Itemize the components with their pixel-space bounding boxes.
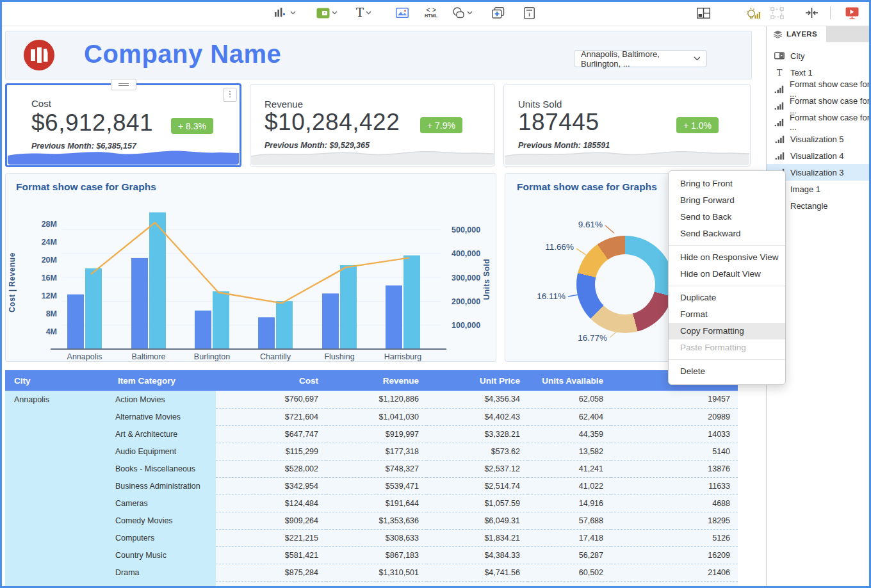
svg-text:500,000: 500,000 [452,225,480,234]
column-header-cost[interactable]: Cost [216,370,326,391]
table-row: Art & Architecture$647,747$919,997$3,328… [5,425,738,443]
data-table-widget[interactable]: CityItem CategoryCostRevenueUnit PriceUn… [5,370,738,586]
kpi-card-units-sold[interactable]: Units Sold 187445 + 1.0% Previous Month:… [503,84,751,167]
value-cell: 17,418 [528,529,611,546]
value-cell: $4,356.34 [427,391,528,408]
menu-item-send-backward[interactable]: Send Backward [669,225,785,242]
layer-label: City [790,51,804,61]
layer-item-format-show-case-for[interactable]: Format show case for ... [767,114,871,131]
toolbar: T < >HTML [0,0,871,26]
dashboard-header[interactable]: Company Name Annapolis, Baltimore, Burli… [5,31,752,79]
svg-text:20M: 20M [42,256,57,265]
svg-text:300,000: 300,000 [452,274,480,282]
drag-handle[interactable] [111,79,136,90]
value-cell: $760,697 [216,391,326,408]
value-cell: $1,353,636 [326,512,427,529]
value-cell: 20989 [611,408,738,425]
item-category-cell: Art & Architecture [109,425,216,443]
layer-item-format-show-case-for[interactable]: Format show case for ... [767,81,871,97]
insert-image-icon[interactable] [396,5,409,20]
menu-item-delete[interactable]: Delete [669,363,785,380]
kpi-card-revenue[interactable]: Revenue $10,284,422 + 7.9% Previous Mont… [250,84,495,167]
insert-container-icon[interactable] [524,5,535,20]
kpi-card-cost[interactable]: ⋮ Cost $6,912,841 + 8.3% Previous Month:… [5,83,241,167]
value-cell: $528,002 [216,460,326,477]
layers-title: LAYERS [786,30,817,38]
kpi-title: Cost [31,98,51,109]
item-category-cell: Books - Miscellaneous [109,460,216,477]
kpi-value: $10,284,422 [265,109,400,136]
layer-label: Visualization 5 [790,135,844,144]
column-header-revenue[interactable]: Revenue [326,370,427,391]
value-cell: $1,310,501 [326,564,427,581]
menu-item-bring-to-front[interactable]: Bring to Front [669,176,785,192]
value-cell: 19457 [611,391,738,408]
column-header-city[interactable]: City [5,370,109,391]
value-cell: $647,747 [216,425,326,443]
value-cell: $221,215 [216,529,326,546]
insert-html-icon[interactable]: < >HTML [425,5,438,20]
layer-item-text-1[interactable]: TText 1 [767,64,871,81]
combo-chart-card[interactable]: 4M8M12M16M20M24M28M100,000200,000300,000… [5,173,496,362]
value-cell: 16209 [611,546,738,564]
layer-label: Rectangle [790,201,828,211]
menu-item-send-to-back[interactable]: Send to Back [669,209,785,225]
company-name-title: Company Name [84,40,281,69]
chevron-down-icon [332,11,338,15]
group-objects-icon[interactable] [770,5,784,20]
menu-item-duplicate[interactable]: Duplicate [669,290,785,306]
column-header-units-available[interactable]: Units Available [528,370,611,391]
table-row: Business Administration$342,954$539,471$… [5,477,738,494]
column-header-item-category[interactable]: Item Category [109,370,216,391]
insert-widget-icon[interactable] [316,5,338,20]
layers-tab[interactable]: LAYERS [767,26,826,42]
combo-chart: 4M8M12M16M20M24M28M100,000200,000300,000… [6,174,496,361]
table-row: Country Music$581,421$867,183$4,384.3356… [5,546,738,564]
value-cell: $867,183 [326,546,427,564]
insert-shape-icon[interactable] [452,5,473,20]
value-cell: $3,328.21 [427,425,528,443]
layer-item-city[interactable]: City [767,47,871,64]
value-cell: $308,633 [326,529,427,546]
fit-width-icon[interactable] [805,5,818,20]
layout-icon[interactable] [697,5,710,20]
value-cell: $4,741.56 [427,564,528,581]
menu-group: Hide on Responsive ViewHide on Default V… [669,246,785,286]
value-cell: 5140 [611,443,738,460]
svg-text:Units Sold: Units Sold [482,259,491,300]
menu-item-format[interactable]: Format [669,306,785,323]
svg-text:Annapolis: Annapolis [67,352,102,361]
svg-text:Chantilly: Chantilly [260,352,291,361]
chart-icon [774,102,784,110]
menu-item-hide-on-default-view[interactable]: Hide on Default View [669,266,785,282]
column-header-unit-price[interactable]: Unit Price [427,370,528,391]
duplicate-widget-icon[interactable] [492,5,505,20]
more-options-icon[interactable]: ⋮ [223,88,237,102]
text-icon: T [774,68,785,78]
table-row: Audio Equipment$115,299$177,318$573.6213… [5,443,738,460]
menu-item-copy-formatting[interactable]: Copy Formatting [669,323,785,339]
value-cell: $1,120,886 [326,391,427,408]
svg-text:24M: 24M [42,238,57,247]
value-cell: 56,287 [528,546,611,564]
value-cell: 13876 [611,460,738,477]
insights-icon[interactable] [745,5,761,20]
city-filter-dropdown[interactable]: Annapolis, Baltimore, Burlington, ... [574,50,707,67]
layer-item-format-show-case-for[interactable]: Format show case for ... [767,97,871,114]
table-row: Comedy Movies$909,264$1,353,636$6,049.31… [5,512,738,529]
menu-item-hide-on-responsive-view[interactable]: Hide on Responsive View [669,249,785,266]
value-cell: $4,402.43 [427,408,528,425]
layers-icon [773,30,783,38]
kpi-value: $6,912,841 [31,110,153,136]
insert-chart-icon[interactable] [274,5,296,20]
chart-icon [774,118,784,127]
insert-text-icon[interactable]: T [356,5,371,20]
present-icon[interactable] [845,5,859,20]
menu-item-bring-forward[interactable]: Bring Forward [669,192,785,209]
kpi-change-badge: + 8.3% [171,118,213,134]
layer-item-visualization-5[interactable]: Visualization 5 [767,131,871,147]
donut-slice-label: 16.77% [578,333,607,343]
layer-item-visualization-4[interactable]: Visualization 4 [767,147,871,164]
value-cell: 41,241 [528,460,611,477]
value-cell: $721,604 [216,408,326,425]
